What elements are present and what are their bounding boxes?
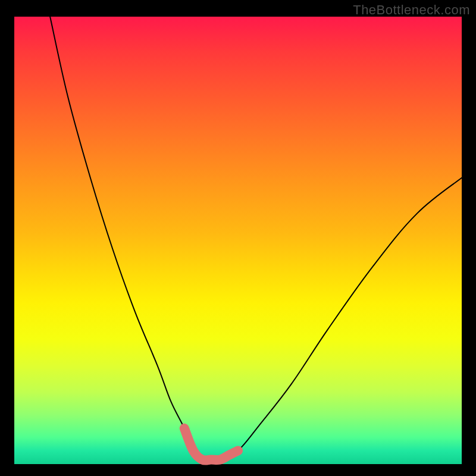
watermark-text: TheBottleneck.com <box>353 2 470 18</box>
bottleneck-curve-path <box>50 17 462 461</box>
plot-area <box>14 17 462 464</box>
chart-container: TheBottleneck.com <box>0 0 476 476</box>
curve-svg <box>14 17 462 464</box>
optimal-zone-highlight <box>184 428 238 461</box>
